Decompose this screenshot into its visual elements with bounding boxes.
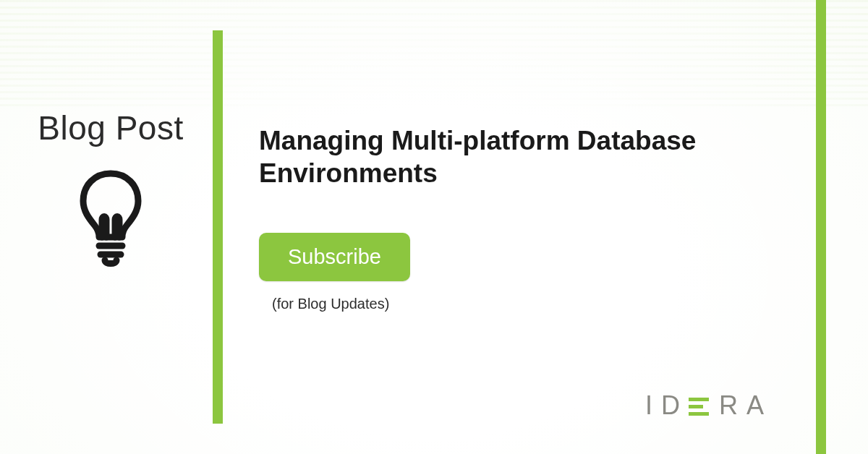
logo-text-id: ID (645, 390, 689, 421)
subscribe-button[interactable]: Subscribe (259, 233, 410, 281)
background-stripes (0, 0, 868, 108)
subscribe-note: (for Blog Updates) (272, 296, 765, 312)
post-title: Managing Multi-platform Database Environ… (259, 124, 765, 189)
accent-bar-divider (213, 30, 223, 424)
left-column: Blog Post (20, 108, 201, 269)
accent-bar-right (816, 0, 826, 454)
logo-text-ra: RA (719, 390, 773, 421)
category-label: Blog Post (20, 108, 201, 147)
idera-logo: ID RA (645, 390, 773, 421)
logo-e-icon (689, 398, 709, 416)
lightbulb-icon (75, 168, 147, 269)
main-column: Managing Multi-platform Database Environ… (259, 124, 765, 312)
